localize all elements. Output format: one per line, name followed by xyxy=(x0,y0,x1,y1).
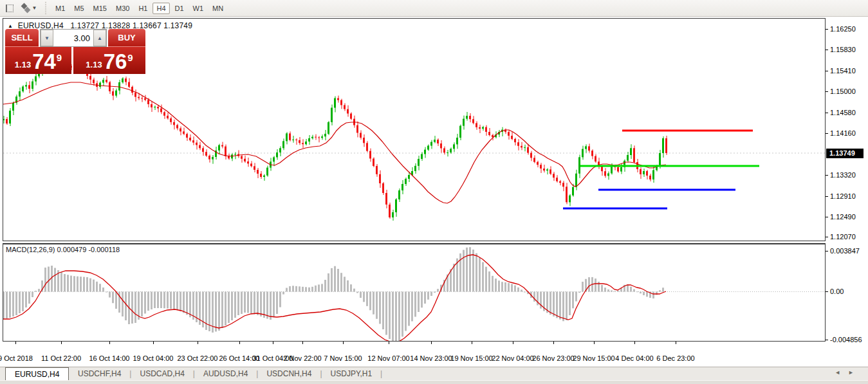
date-axis-tick xyxy=(513,342,513,344)
macd-group xyxy=(3,247,825,344)
date-axis-label: 19 Nov 15:00 xyxy=(450,354,492,362)
price-axis-tick xyxy=(826,133,828,134)
price-axis-label: 1.12910 xyxy=(830,192,856,200)
price-axis-label: 1.12070 xyxy=(830,233,856,241)
date-axis-tick xyxy=(302,342,303,344)
date-axis-tick xyxy=(15,342,16,344)
macd-axis-label: 0.003847 xyxy=(830,247,860,255)
candles-group xyxy=(3,61,825,221)
date-axis-label: 14 Nov 23:00 xyxy=(410,354,452,362)
buy-price-pip: 9 xyxy=(127,52,133,63)
price-axis-tick xyxy=(826,71,828,71)
sell-price-prefix: 1.13 xyxy=(15,60,31,69)
price-axis-tick xyxy=(826,29,828,30)
date-axis-label: 11 Oct 22:00 xyxy=(41,354,81,362)
price-axis-tick xyxy=(826,50,828,50)
price-axis-label: 1.15000 xyxy=(830,87,856,95)
date-axis-tick xyxy=(553,342,554,344)
sell-price-display[interactable]: 1.13 74 9 xyxy=(5,47,71,74)
buy-price-display[interactable]: 1.13 76 9 xyxy=(73,47,145,74)
volume-input[interactable] xyxy=(53,30,93,46)
sell-price-pip: 9 xyxy=(57,52,62,63)
one-click-trading-panel: SELL ▼ ▲ BUY 1.13 74 9 1.13 76 9 xyxy=(5,29,145,74)
macd-axis-tick xyxy=(826,291,828,292)
date-axis-label: 22 Nov 04:00 xyxy=(492,354,533,362)
date-axis-label: 4 Dec 04:00 xyxy=(615,354,653,362)
price-axis-label: 1.14160 xyxy=(830,129,856,137)
date-axis-label: 6 Dec 23:00 xyxy=(656,354,694,362)
price-axis-label: 1.16250 xyxy=(830,25,856,33)
date-axis-tick xyxy=(431,342,432,344)
date-axis-label: 16 Oct 14:00 xyxy=(89,354,130,362)
date-axis-tick xyxy=(153,342,154,344)
tab-eurusd-h4-active[interactable]: EURUSD,H4 xyxy=(5,367,69,380)
date-axis-tick xyxy=(273,342,273,344)
price-axis-tick xyxy=(826,91,828,92)
collapse-panel-icon[interactable]: ▲ xyxy=(8,23,13,29)
date-axis-tick xyxy=(61,342,62,344)
date-axis-label: 26 Nov 23:00 xyxy=(532,354,574,362)
price-axis-label: 1.12490 xyxy=(830,213,856,221)
date-axis-tick xyxy=(472,342,472,344)
price-axis-label: 1.14580 xyxy=(830,109,856,116)
date-axis-label: 12 Nov 07:00 xyxy=(367,354,409,362)
price-axis-tick xyxy=(826,237,828,237)
date-axis-label: 23 Oct 22:00 xyxy=(178,354,218,362)
mt4-terminal-window: ▼ M1M5M15M30H1H4D1W1MN ▲ EURUSD,H4 1.137… xyxy=(0,0,868,384)
price-axis-label: 1.15830 xyxy=(830,46,856,53)
macd-indicator-label: MACD(12,26,9) 0.000479 -0.000118 xyxy=(6,246,120,253)
date-axis-tick xyxy=(634,342,635,344)
price-axis-label: 1.13320 xyxy=(830,171,856,179)
date-axis-tick xyxy=(676,342,676,344)
date-axis-label: 19 Oct 04:00 xyxy=(133,354,174,362)
buy-price-main: 76 xyxy=(104,52,127,71)
buy-price-prefix: 1.13 xyxy=(86,60,102,69)
price-axis-label: 1.15410 xyxy=(830,67,856,75)
macd-axis-tick xyxy=(826,251,828,251)
date-axis-tick xyxy=(198,342,198,344)
date-axis-label: 9 Oct 2018 xyxy=(0,354,33,362)
date-axis-label: 29 Nov 15:00 xyxy=(573,354,614,362)
date-axis-tick xyxy=(109,342,110,344)
price-axis-tick xyxy=(826,175,828,176)
date-axis-label: 2 Nov 22:00 xyxy=(283,354,321,362)
macd-axis-label: 0.00 xyxy=(830,288,844,295)
date-axis-tick xyxy=(239,342,240,344)
volume-box: ▼ ▲ xyxy=(40,29,107,47)
date-axis-label: 7 Nov 15:00 xyxy=(324,354,362,362)
date-axis-tick xyxy=(594,342,595,344)
price-axis-tick xyxy=(826,196,828,197)
price-axis-tick xyxy=(826,113,828,113)
volume-decrease-button[interactable]: ▼ xyxy=(41,30,53,46)
volume-increase-button[interactable]: ▲ xyxy=(93,30,106,46)
current-price-badge: 1.13749 xyxy=(826,149,863,158)
date-axis-tick xyxy=(389,342,389,344)
buy-button[interactable]: BUY xyxy=(108,29,145,47)
date-axis-tick xyxy=(343,342,344,344)
sell-button[interactable]: SELL xyxy=(5,29,39,47)
macd-axis-tick xyxy=(826,340,828,340)
macd-axis-label: -0.004856 xyxy=(830,336,862,343)
price-axis-tick xyxy=(826,217,828,217)
sell-price-main: 74 xyxy=(32,52,56,71)
